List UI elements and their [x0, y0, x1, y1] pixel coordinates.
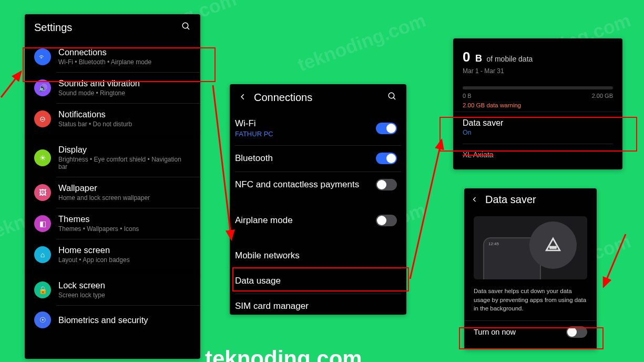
svg-point-6: [555, 247, 556, 248]
settings-item-notifications[interactable]: ⊝NotificationsStatus bar • Do not distur…: [25, 103, 200, 134]
connections-item-bluetooth[interactable]: Bluetooth: [230, 145, 406, 172]
settings-list: ᯤConnectionsWi-Fi • Bluetooth • Airplane…: [25, 41, 200, 335]
toggle-switch[interactable]: [376, 215, 397, 226]
data-usage-panel: 0 B of mobile data Mar 1 - Mar 31 0 B 2.…: [453, 38, 622, 169]
item-title: Biometrics and security: [58, 315, 191, 325]
connections-item-sim-card-manager[interactable]: SIM card manager: [230, 294, 406, 315]
wallpaper-icon: 🖼: [34, 184, 51, 201]
data-warning: 2.00 GB data warning: [453, 99, 622, 112]
svg-line-1: [187, 27, 189, 29]
svg-line-14: [604, 234, 626, 287]
turn-on-now-label: Turn on now: [474, 328, 566, 336]
settings-item-connections[interactable]: ᯤConnectionsWi-Fi • Bluetooth • Airplane…: [25, 41, 200, 72]
item-title: Sounds and vibration: [58, 78, 191, 88]
data-saver-title: Data saver: [463, 118, 613, 128]
usage-range: Mar 1 - Mar 31: [463, 67, 613, 75]
biometrics-icon: ☉: [34, 311, 51, 328]
sound-icon: 🔊: [34, 79, 51, 96]
svg-line-12: [410, 140, 442, 279]
item-title: Notifications: [58, 109, 191, 119]
svg-point-5: [550, 247, 551, 248]
usage-value: 0: [463, 49, 470, 65]
usage-bar-labels: 0 B 2.00 GB: [453, 93, 622, 99]
settings-item-home-screen[interactable]: ⌂Home screenLayout • App icon badges: [25, 239, 200, 270]
lock-icon: 🔒: [34, 281, 51, 298]
settings-item-biometrics-and-security[interactable]: ☉Biometrics and security: [25, 305, 200, 335]
svg-point-0: [182, 23, 188, 28]
connections-item-mobile-networks[interactable]: Mobile networks: [230, 243, 406, 268]
search-icon[interactable]: [387, 92, 397, 104]
item-subtitle: Brightness • Eye comfort shield • Naviga…: [58, 156, 191, 170]
turn-on-now-toggle[interactable]: [566, 326, 587, 338]
search-icon[interactable]: [181, 22, 191, 34]
settings-header: Settings: [25, 14, 200, 41]
data-saver-panel: Data saver 12:45 Data saver helps cut do…: [464, 188, 597, 349]
usage-suffix: of mobile data: [486, 55, 533, 63]
data-saver-icon: [529, 222, 577, 269]
svg-line-3: [393, 97, 395, 99]
carrier-label: XL Axiata: [453, 145, 622, 164]
settings-item-sounds-and-vibration[interactable]: 🔊Sounds and vibrationSound mode • Ringto…: [25, 72, 200, 103]
turn-on-now-row[interactable]: Turn on now: [464, 320, 597, 344]
settings-panel: Settings ᯤConnectionsWi-Fi • Bluetooth •…: [25, 14, 200, 359]
usage-unit: B: [473, 53, 482, 64]
data-saver-status: On: [463, 129, 613, 136]
connections-header: Connections: [230, 84, 406, 111]
item-subtitle: Wi-Fi • Bluetooth • Airplane mode: [58, 58, 191, 66]
item-title: Bluetooth: [235, 153, 376, 164]
connections-item-data-usage[interactable]: Data usage: [230, 268, 406, 294]
item-title: Home screen: [58, 245, 191, 255]
item-title: Connections: [58, 47, 191, 57]
usage-header: 0 B of mobile data Mar 1 - Mar 31: [453, 38, 622, 79]
toggle-switch[interactable]: [376, 179, 397, 190]
svg-line-10: [213, 85, 231, 239]
data-saver-description: Data saver helps cut down your data usag…: [464, 287, 597, 320]
item-title: Wallpaper: [58, 183, 191, 193]
connections-list: Wi-FiFATHUR PCBluetoothNFC and contactle…: [230, 111, 406, 315]
item-title: Airplane mode: [235, 215, 376, 226]
data-saver-illustration: 12:45: [474, 216, 587, 279]
item-title: Data usage: [235, 276, 397, 286]
item-title: Wi-Fi: [235, 118, 376, 129]
connections-item-airplane-mode[interactable]: Airplane mode: [230, 207, 406, 234]
wifi-icon: ᯤ: [34, 48, 51, 65]
connections-panel: Connections Wi-FiFATHUR PCBluetoothNFC a…: [230, 84, 406, 315]
home-icon: ⌂: [34, 246, 51, 263]
annotation-arrow: [407, 137, 449, 286]
display-icon: ☀: [34, 149, 51, 166]
settings-item-themes[interactable]: ◧ThemesThemes • Wallpapers • Icons: [25, 208, 200, 239]
svg-point-2: [389, 93, 394, 98]
phone-time: 12:45: [488, 242, 499, 246]
item-subtitle: FATHUR PC: [235, 130, 376, 138]
svg-line-8: [1, 72, 21, 97]
connections-item-nfc-and-contactless-payments[interactable]: NFC and contactless payments: [230, 172, 406, 198]
back-icon[interactable]: [472, 194, 478, 205]
connections-item-wi-fi[interactable]: Wi-FiFATHUR PC: [230, 111, 406, 145]
toggle-switch[interactable]: [376, 123, 397, 134]
settings-item-display[interactable]: ☀DisplayBrightness • Eye comfort shield …: [25, 138, 200, 177]
connections-title: Connections: [254, 92, 387, 104]
toggle-switch[interactable]: [376, 153, 397, 164]
item-subtitle: Screen lock type: [58, 291, 191, 299]
bar-max: 2.00 GB: [592, 93, 613, 99]
settings-title: Settings: [34, 22, 181, 34]
data-saver-item[interactable]: Data saver On: [453, 112, 622, 143]
bar-min: 0 B: [463, 93, 472, 99]
item-title: SIM card manager: [235, 301, 397, 311]
item-subtitle: Themes • Wallpapers • Icons: [58, 225, 191, 233]
item-title: Display: [58, 145, 191, 155]
item-subtitle: Layout • App icon badges: [58, 256, 191, 264]
footer-watermark: teknoding.com: [205, 346, 362, 362]
data-saver-header: Data saver: [464, 188, 597, 211]
item-title: Lock screen: [58, 280, 191, 290]
item-subtitle: Sound mode • Ringtone: [58, 89, 191, 97]
divider: [463, 144, 613, 144]
back-icon[interactable]: [239, 92, 247, 103]
settings-item-lock-screen[interactable]: 🔒Lock screenScreen lock type: [25, 274, 200, 305]
item-title: Themes: [58, 214, 191, 224]
item-title: Mobile networks: [235, 250, 397, 261]
annotation-arrow: [0, 68, 26, 102]
data-saver-title: Data saver: [485, 194, 589, 206]
settings-item-wallpaper[interactable]: 🖼WallpaperHome and lock screen wallpaper: [25, 177, 200, 208]
item-subtitle: Home and lock screen wallpaper: [58, 194, 191, 202]
